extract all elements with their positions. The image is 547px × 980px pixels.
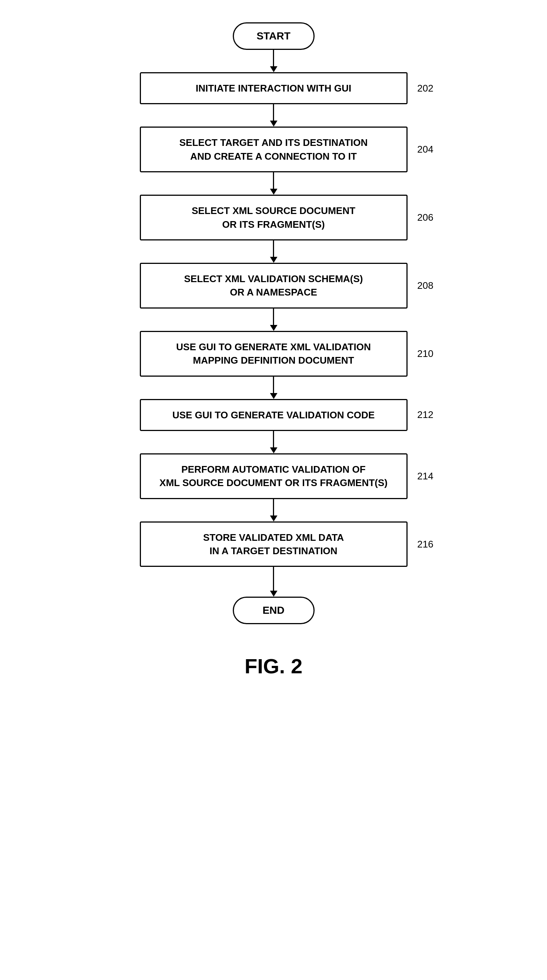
arrow-line	[273, 377, 274, 393]
node-210-line1: USE GUI TO GENERATE XML VALIDATION	[176, 341, 371, 352]
node-210: USE GUI TO GENERATE XML VALIDATION MAPPI…	[140, 331, 407, 377]
arrow-line	[273, 172, 274, 189]
node-206-wrapper: SELECT XML SOURCE DOCUMENT OR ITS FRAGME…	[114, 195, 434, 240]
node-208-label: 208	[417, 280, 433, 291]
arrow-head	[270, 447, 277, 453]
flowchart: START INITIATE INTERACTION WITH GUI 202 …	[106, 22, 441, 678]
start-node-wrapper: START	[114, 22, 434, 50]
node-210-wrapper: USE GUI TO GENERATE XML VALIDATION MAPPI…	[114, 331, 434, 377]
arrow-6	[270, 431, 277, 453]
arrow-2	[270, 172, 277, 195]
start-node: START	[233, 22, 315, 50]
node-210-line2: MAPPING DEFINITION DOCUMENT	[193, 355, 354, 366]
arrow-5	[270, 377, 277, 399]
arrow-line	[273, 567, 274, 591]
node-214-line1: PERFORM AUTOMATIC VALIDATION OF	[181, 464, 366, 475]
node-206: SELECT XML SOURCE DOCUMENT OR ITS FRAGME…	[140, 195, 407, 240]
node-202-wrapper: INITIATE INTERACTION WITH GUI 202	[114, 72, 434, 104]
node-216-wrapper: STORE VALIDATED XML DATA IN A TARGET DES…	[114, 522, 434, 567]
start-label: START	[257, 30, 290, 42]
node-214-line2: XML SOURCE DOCUMENT OR ITS FRAGMENT(S)	[160, 477, 387, 488]
node-204-label: 204	[417, 144, 433, 155]
node-208: SELECT XML VALIDATION SCHEMA(S) OR A NAM…	[140, 263, 407, 309]
fig-caption: FIG. 2	[245, 654, 303, 678]
end-node-wrapper: END	[114, 597, 434, 624]
end-label: END	[263, 605, 284, 616]
node-204: SELECT TARGET AND ITS DESTINATION AND CR…	[140, 127, 407, 172]
node-216-line1: STORE VALIDATED XML DATA	[203, 532, 344, 543]
arrow-head	[270, 393, 277, 399]
arrow-line	[273, 431, 274, 447]
node-208-line1: SELECT XML VALIDATION SCHEMA(S)	[184, 273, 363, 284]
node-202: INITIATE INTERACTION WITH GUI	[140, 72, 407, 104]
node-204-wrapper: SELECT TARGET AND ITS DESTINATION AND CR…	[114, 127, 434, 172]
node-216-line2: IN A TARGET DESTINATION	[210, 545, 338, 557]
arrow-head	[270, 121, 277, 127]
arrow-4	[270, 309, 277, 331]
node-212-wrapper: USE GUI TO GENERATE VALIDATION CODE 212	[114, 399, 434, 431]
node-202-line1: INITIATE INTERACTION WITH GUI	[196, 83, 351, 94]
node-214-wrapper: PERFORM AUTOMATIC VALIDATION OF XML SOUR…	[114, 453, 434, 499]
end-node: END	[233, 597, 315, 624]
arrow-head	[270, 189, 277, 195]
node-206-line2: OR ITS FRAGMENT(S)	[222, 219, 325, 230]
arrow-0	[270, 50, 277, 72]
node-204-line2: AND CREATE A CONNECTION TO IT	[190, 151, 357, 162]
node-210-label: 210	[417, 348, 433, 360]
arrow-head	[270, 325, 277, 331]
node-208-line2: OR A NAMESPACE	[230, 286, 317, 298]
arrow-head	[270, 591, 277, 597]
node-202-label: 202	[417, 83, 433, 94]
node-214-label: 214	[417, 471, 433, 482]
arrow-line	[273, 104, 274, 121]
arrow-head	[270, 66, 277, 72]
arrow-line	[273, 499, 274, 515]
node-206-line1: SELECT XML SOURCE DOCUMENT	[192, 205, 355, 216]
arrow-7	[270, 499, 277, 522]
node-212: USE GUI TO GENERATE VALIDATION CODE	[140, 399, 407, 431]
node-208-wrapper: SELECT XML VALIDATION SCHEMA(S) OR A NAM…	[114, 263, 434, 309]
arrow-8	[270, 567, 277, 597]
node-212-line1: USE GUI TO GENERATE VALIDATION CODE	[172, 409, 374, 421]
arrow-line	[273, 240, 274, 257]
arrow-head	[270, 257, 277, 263]
node-204-line1: SELECT TARGET AND ITS DESTINATION	[179, 137, 368, 148]
arrow-3	[270, 240, 277, 263]
node-212-label: 212	[417, 409, 433, 421]
node-216-label: 216	[417, 539, 433, 550]
arrow-head	[270, 515, 277, 522]
node-214: PERFORM AUTOMATIC VALIDATION OF XML SOUR…	[140, 453, 407, 499]
arrow-line	[273, 50, 274, 66]
node-206-label: 206	[417, 212, 433, 223]
arrow-line	[273, 309, 274, 325]
arrow-1	[270, 104, 277, 127]
node-216: STORE VALIDATED XML DATA IN A TARGET DES…	[140, 522, 407, 567]
